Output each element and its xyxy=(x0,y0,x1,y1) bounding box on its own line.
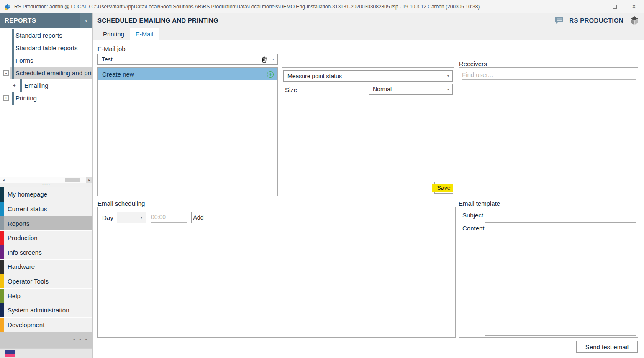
size-value: Normal xyxy=(369,86,444,92)
tree-horizontal-scrollbar[interactable]: ◄ ► xyxy=(0,177,92,183)
day-label: Day xyxy=(102,214,113,221)
nav-item-label: System administration xyxy=(4,303,69,317)
tree-expander-icon[interactable]: + xyxy=(3,95,9,101)
nav-overflow-area: • • • xyxy=(0,332,92,348)
titlebar: RS Production: admin @ LOCAL / C:\Users\… xyxy=(0,0,644,13)
splitter-handle[interactable]: ···· xyxy=(0,183,92,187)
page-header: SCHEDULED EMAILING AND PRINTING RS PRODU… xyxy=(93,13,644,28)
nav-item-label: Help xyxy=(4,289,21,303)
tree-item-bar xyxy=(20,79,22,92)
nav-item-bar xyxy=(0,216,4,230)
close-icon: × xyxy=(632,3,636,10)
nav-item[interactable]: Reports xyxy=(0,216,92,231)
job-list-item-create-new[interactable]: Create new + xyxy=(98,68,277,80)
sidebar-title: REPORTS xyxy=(0,17,36,24)
tree-item[interactable]: Standard reports xyxy=(0,29,92,42)
tree-item[interactable]: Standard table reports xyxy=(0,42,92,54)
nav-item[interactable]: Development xyxy=(0,318,92,332)
size-select[interactable]: Normal ▾ xyxy=(369,84,453,95)
chevron-down-icon[interactable]: ▾ xyxy=(269,57,277,61)
day-select[interactable]: ▾ xyxy=(117,212,146,223)
nav-item[interactable]: Help xyxy=(0,289,92,303)
tab-email[interactable]: E-Mail xyxy=(130,28,159,40)
nav-item-bar xyxy=(0,289,4,303)
tree-item[interactable]: Forms xyxy=(0,54,92,67)
feedback-bubble-icon[interactable] xyxy=(555,17,563,24)
email-tab-content: E-Mail job ▾ Create new + xyxy=(93,40,644,358)
scrollbar-thumb[interactable] xyxy=(65,178,80,182)
nav-item[interactable]: Production xyxy=(0,231,92,245)
email-job-input[interactable] xyxy=(98,56,260,63)
nav-item[interactable]: My homepage xyxy=(0,187,92,202)
content-label: Content xyxy=(462,225,485,232)
sidebar-statusbar xyxy=(0,348,92,358)
tree-item-label: Forms xyxy=(15,54,92,67)
tree-item-bar xyxy=(12,42,14,54)
email-scheduling-label: Email scheduling xyxy=(97,200,145,207)
brand-text: RS PRODUCTION xyxy=(569,17,623,24)
tabstrip: Printing E-Mail xyxy=(93,28,644,40)
receivers-label: Receivers xyxy=(459,60,487,67)
find-user-input[interactable] xyxy=(462,69,636,80)
splitter-grip-icon: ···· xyxy=(42,182,51,187)
maximize-button[interactable] xyxy=(605,0,624,13)
module-nav: My homepage Current status Reports Produ… xyxy=(0,187,92,332)
nav-item-label: Development xyxy=(4,318,44,332)
reports-tree: Standard reports Standard table reports … xyxy=(0,28,92,177)
tree-item-label: Printing xyxy=(15,92,92,105)
app-icon xyxy=(4,3,11,10)
save-button-label: Save xyxy=(437,184,451,191)
nav-item-label: Production xyxy=(4,231,38,245)
nav-item-bar xyxy=(0,318,4,332)
nav-item[interactable]: Current status xyxy=(0,202,92,217)
nav-item[interactable]: Hardware xyxy=(0,260,92,274)
tree-item-bar xyxy=(12,67,14,79)
brand-cube-logo xyxy=(629,15,639,26)
send-test-email-button[interactable]: Send test email xyxy=(576,341,638,353)
tree-item-label: Scheduled emailing and printing xyxy=(15,67,92,79)
email-template-panel: Subject Content xyxy=(459,207,638,338)
page-title: SCHEDULED EMAILING AND PRINTING xyxy=(97,17,218,24)
save-button[interactable]: Save xyxy=(434,182,453,194)
tree-item-label: Standard table reports xyxy=(15,42,92,54)
chevron-down-icon[interactable]: ▾ xyxy=(444,74,452,78)
nav-item-label: Info screens xyxy=(4,245,42,259)
tab-printing[interactable]: Printing xyxy=(97,28,130,40)
sidebar-collapse-button[interactable]: ‹ xyxy=(80,13,92,28)
nav-item-label: Operator Tools xyxy=(4,274,49,289)
language-flag-bottom xyxy=(5,354,15,356)
scroll-right-icon[interactable]: ► xyxy=(86,177,92,183)
language-flag[interactable] xyxy=(5,350,15,357)
close-button[interactable]: × xyxy=(624,0,644,13)
minimize-button[interactable] xyxy=(586,0,605,13)
report-settings-panel: Measure point status ▾ Size Normal ▾ Sav… xyxy=(282,67,454,196)
email-job-list: Create new + xyxy=(97,67,278,196)
add-icon[interactable]: + xyxy=(267,71,274,78)
tree-item[interactable]: + Emailing xyxy=(0,79,92,92)
nav-item-label: Hardware xyxy=(4,260,35,274)
subject-input[interactable] xyxy=(485,210,636,220)
nav-item[interactable]: Info screens xyxy=(0,245,92,260)
tree-expander-icon[interactable]: + xyxy=(12,83,17,88)
language-flag-top xyxy=(5,350,15,354)
time-input[interactable] xyxy=(151,212,187,223)
nav-item-bar xyxy=(0,303,4,317)
report-type-select[interactable]: Measure point status ▾ xyxy=(283,70,453,82)
tree-item[interactable]: + Printing xyxy=(0,92,92,105)
tree-expander-icon[interactable]: - xyxy=(3,70,9,76)
content-textarea[interactable] xyxy=(485,222,636,336)
tree-item-bar xyxy=(12,29,14,42)
add-schedule-button[interactable]: Add xyxy=(191,212,205,223)
tree-item[interactable]: - Scheduled emailing and printing xyxy=(0,67,92,79)
nav-item[interactable]: Operator Tools xyxy=(0,274,92,289)
scroll-left-icon[interactable]: ◄ xyxy=(0,177,7,183)
chevron-down-icon[interactable]: ▾ xyxy=(444,87,452,91)
overflow-menu-icon[interactable]: • • • xyxy=(73,337,88,343)
delete-job-button[interactable] xyxy=(260,56,269,63)
nav-item[interactable]: System administration xyxy=(0,303,92,318)
nav-item-bar xyxy=(0,260,4,274)
email-job-combobox[interactable]: ▾ xyxy=(97,54,278,65)
sidebar: REPORTS ‹ Standard reports Standard tabl… xyxy=(0,13,93,358)
tree-item-label: Emailing xyxy=(24,79,92,92)
report-type-value: Measure point status xyxy=(284,73,444,79)
